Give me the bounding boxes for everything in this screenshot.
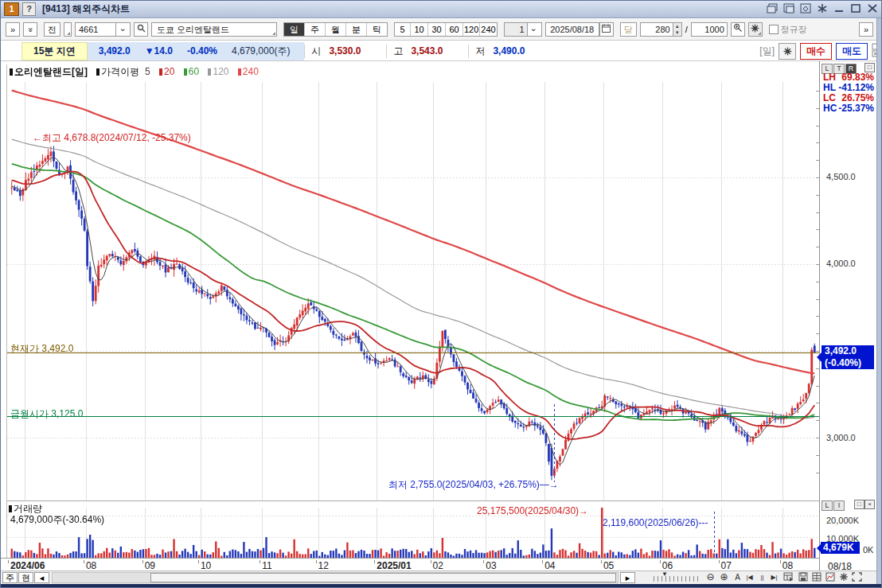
scroll-right-button[interactable]: ▸ [620, 572, 635, 583]
x-axis-label: 12 [318, 560, 329, 571]
save-icon[interactable] [797, 572, 809, 583]
code-dropdown-button[interactable]: › [116, 22, 131, 37]
fullscreen-icon[interactable] [851, 572, 863, 583]
right-axis-column: LTR □ LH69.83% HL-41.12% LC26.75% HC-25.… [819, 61, 876, 570]
chart-settings-gear-icon[interactable] [748, 22, 763, 37]
toolbar-gear-icon[interactable] [837, 572, 849, 583]
min-240-button[interactable]: 240 [479, 23, 496, 36]
stock-code-input[interactable] [75, 22, 116, 37]
maximize-button[interactable] [850, 3, 861, 14]
date-input[interactable] [545, 22, 599, 37]
annotation-current-price: 현재가 3,492.0 [10, 342, 73, 356]
annotation-volume-max: 25,175,500(2025/04/30)→ [477, 505, 588, 516]
go-first-button[interactable]: |◀ [743, 572, 755, 583]
overseas-stock-button[interactable] [64, 22, 72, 37]
volume-tick-0: 0K [863, 545, 873, 555]
count-dropdown-button[interactable]: › [528, 22, 542, 37]
nav-expand-button[interactable]: » [6, 22, 20, 37]
minimize-button[interactable] [833, 3, 845, 14]
search-icon[interactable] [134, 22, 148, 37]
min-10-button[interactable]: 10 [410, 23, 427, 36]
go-last-button[interactable]: ▶| [768, 572, 780, 583]
settings-asterisk-icon[interactable] [817, 3, 828, 14]
bar-count-stepper[interactable]: ▲▼ [673, 22, 682, 37]
sell-button[interactable]: 매도 [836, 43, 868, 60]
total-bars-input[interactable] [691, 22, 728, 37]
period-tick-button[interactable]: 틱 [366, 23, 387, 36]
series-name: 오리엔탈랜드[일] [14, 66, 88, 77]
nav-collapse-button[interactable]: » [23, 22, 37, 37]
mini-chart-icon[interactable] [824, 572, 836, 583]
annotation-low: 최저 2,755.0(2025/04/03, +26.75%)—→ [388, 478, 559, 492]
current-volume-box: 4,679K [821, 542, 860, 554]
zoom-ruler-handle[interactable]: ▼ [662, 570, 668, 578]
current-toggle-button[interactable]: 현 [18, 572, 33, 583]
high-value: 3,543.0 [409, 45, 468, 56]
chart-region: 오리엔탈랜드[일] 가격이평 5 20 60 120 240 ←최고 4,678… [1, 61, 876, 584]
regular-session-checkbox[interactable]: 정규장 [769, 24, 807, 36]
x-axis-label: 10 [201, 560, 211, 571]
min-30-button[interactable]: 30 [427, 23, 445, 36]
export-table-icon[interactable] [782, 572, 794, 583]
x-axis-label: 08 [86, 560, 96, 571]
roll-up-icon[interactable] [800, 3, 811, 14]
ma-swatch [96, 68, 100, 76]
stock-name-field[interactable]: 도쿄 오리엔탈랜드 [151, 22, 277, 37]
all-markets-button[interactable]: 전 [44, 22, 60, 37]
pause-button[interactable]: || [756, 572, 768, 583]
zoom-ruler-slider[interactable] [654, 576, 700, 582]
y-tick-4000: 4,000.0 [826, 259, 856, 268]
min-60-button[interactable]: 60 [445, 23, 462, 36]
last-price: 3,492.0 [99, 45, 131, 56]
volume-pane-maximize-icon[interactable]: □ [854, 500, 864, 509]
volume-pane-close-icon[interactable]: × [864, 500, 875, 509]
slash-divider: / [685, 25, 688, 34]
x-axis-label: 02 [433, 560, 443, 571]
min-5-button[interactable]: 5 [395, 23, 410, 36]
zoom-search-icon[interactable] [731, 22, 745, 37]
chart-scrollbar-track[interactable] [52, 572, 619, 583]
current-day-button[interactable]: 당 [620, 22, 637, 37]
help-icon[interactable]: ? [22, 2, 36, 16]
stat-hc: HC-25.37% [823, 103, 874, 114]
y-tick-3000: 3,000.0 [826, 433, 856, 442]
close-button[interactable] [867, 3, 878, 14]
toolbar-more-button[interactable]: » [859, 22, 873, 37]
period-minute-button[interactable]: 분 [345, 23, 366, 36]
quote-info-bar: 15분 지연 3,492.0 ▼14.0 -0.40% 4,679,000(주)… [1, 41, 882, 61]
period-month-button[interactable]: 월 [325, 23, 345, 36]
checkbox-box[interactable] [769, 25, 779, 34]
new-window-icon[interactable] [767, 3, 778, 14]
title-bar[interactable]: 1 ? [9413] 해외주식차트 [1, 1, 882, 18]
screen-number-badge[interactable]: 1 [4, 2, 19, 16]
zoom-out-button[interactable]: ⊖ [704, 572, 716, 583]
volume-value: 4,679,000주(-30.64%) [10, 513, 104, 527]
chart-scrollbar-thumb[interactable] [150, 573, 616, 582]
window-title: [9413] 해외주식차트 [42, 2, 130, 16]
period-week-button[interactable]: 주 [304, 23, 325, 36]
low-label: 저 [468, 45, 491, 58]
bar-count-input[interactable] [640, 22, 673, 37]
volume-pane-button-i[interactable]: I [833, 500, 845, 511]
ma120-legend: 120 [201, 66, 228, 77]
calendar-icon[interactable] [599, 22, 614, 37]
period-day-button[interactable]: 일 [284, 23, 304, 36]
scroll-left-button[interactable]: ◂ [34, 572, 49, 583]
chart-legend: 오리엔탈랜드[일] 가격이평 5 20 60 120 240 [10, 65, 259, 79]
auto-scale-button[interactable]: A [732, 572, 743, 583]
volume-tick-20000: 20,000K [826, 516, 859, 525]
ma240-legend: 240 [232, 66, 259, 77]
quote-settings-gear-icon[interactable] [779, 43, 796, 60]
week-toggle-button[interactable]: 주 [2, 572, 18, 583]
y-tick-4500: 4,500.0 [826, 172, 856, 181]
window-frame-bottom [1, 584, 882, 588]
buy-button[interactable]: 매수 [800, 43, 832, 60]
annotation-high: ←최고 4,678.8(2024/07/12, -25.37%) [33, 131, 191, 145]
data-grid-icon[interactable] [810, 572, 822, 583]
pin-window-icon[interactable] [783, 3, 794, 14]
count-combo[interactable]: 1 [504, 22, 528, 37]
min-120-button[interactable]: 120 [462, 23, 479, 36]
delay-badge: 15분 지연 [21, 42, 88, 60]
zoom-in-button[interactable]: ⊕ [718, 572, 730, 583]
volume-pane-button-l[interactable]: L [822, 500, 833, 511]
